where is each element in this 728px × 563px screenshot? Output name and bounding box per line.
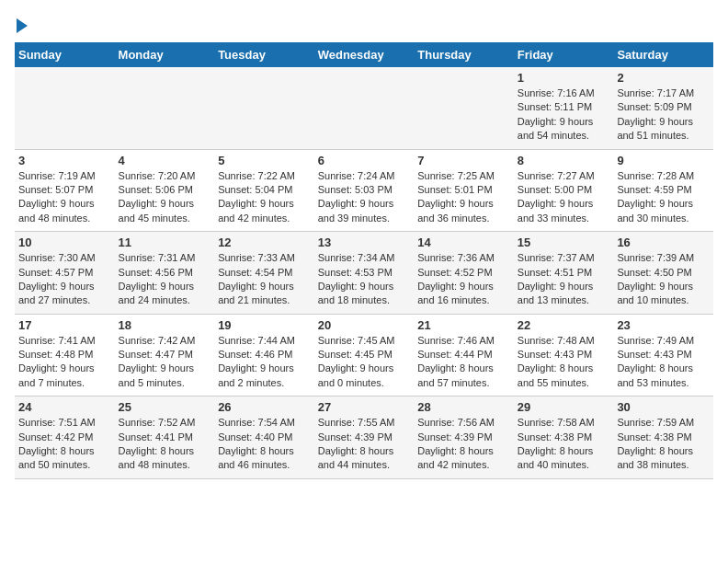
day-cell: 5Sunrise: 7:22 AM Sunset: 5:04 PM Daylig… [214, 149, 314, 232]
day-cell: 20Sunrise: 7:45 AM Sunset: 4:45 PM Dayli… [314, 314, 415, 396]
col-header-monday: Monday [115, 42, 215, 67]
page-header [15, 15, 713, 33]
day-cell: 22Sunrise: 7:48 AM Sunset: 4:43 PM Dayli… [514, 314, 614, 396]
day-cell [414, 67, 514, 149]
day-number: 28 [417, 400, 510, 414]
calendar-header: SundayMondayTuesdayWednesdayThursdayFrid… [15, 42, 713, 67]
day-cell: 14Sunrise: 7:36 AM Sunset: 4:52 PM Dayli… [414, 232, 514, 315]
col-header-friday: Friday [514, 42, 614, 67]
day-cell: 11Sunrise: 7:31 AM Sunset: 4:56 PM Dayli… [115, 232, 215, 315]
day-cell: 2Sunrise: 7:17 AM Sunset: 5:09 PM Daylig… [613, 67, 713, 149]
day-number: 21 [417, 318, 510, 332]
day-info: Sunrise: 7:36 AM Sunset: 4:52 PM Dayligh… [417, 251, 510, 308]
day-cell: 8Sunrise: 7:27 AM Sunset: 5:00 PM Daylig… [514, 149, 614, 232]
day-cell: 29Sunrise: 7:58 AM Sunset: 4:38 PM Dayli… [514, 396, 614, 479]
week-row-4: 17Sunrise: 7:41 AM Sunset: 4:48 PM Dayli… [15, 314, 713, 396]
day-cell: 19Sunrise: 7:44 AM Sunset: 4:46 PM Dayli… [214, 314, 314, 396]
logo-arrow-icon [17, 18, 28, 33]
day-number: 30 [617, 400, 710, 414]
day-cell: 13Sunrise: 7:34 AM Sunset: 4:53 PM Dayli… [314, 232, 415, 315]
col-header-thursday: Thursday [414, 42, 514, 67]
day-number: 3 [18, 154, 111, 167]
day-number: 4 [119, 154, 211, 167]
day-cell [115, 67, 215, 149]
day-cell: 30Sunrise: 7:59 AM Sunset: 4:38 PM Dayli… [613, 396, 713, 479]
day-number: 7 [417, 154, 510, 167]
day-info: Sunrise: 7:34 AM Sunset: 4:53 PM Dayligh… [318, 251, 411, 308]
day-number: 26 [218, 400, 311, 414]
day-number: 18 [119, 318, 211, 332]
day-cell: 15Sunrise: 7:37 AM Sunset: 4:51 PM Dayli… [514, 232, 614, 315]
day-cell: 25Sunrise: 7:52 AM Sunset: 4:41 PM Dayli… [115, 396, 215, 479]
day-number: 10 [18, 236, 111, 249]
day-cell: 16Sunrise: 7:39 AM Sunset: 4:50 PM Dayli… [613, 232, 713, 315]
day-info: Sunrise: 7:58 AM Sunset: 4:38 PM Dayligh… [518, 416, 610, 473]
day-info: Sunrise: 7:48 AM Sunset: 4:43 PM Dayligh… [518, 334, 610, 391]
day-info: Sunrise: 7:33 AM Sunset: 4:54 PM Dayligh… [218, 251, 311, 308]
day-number: 1 [518, 71, 610, 85]
col-header-tuesday: Tuesday [214, 42, 314, 67]
day-info: Sunrise: 7:52 AM Sunset: 4:41 PM Dayligh… [119, 416, 211, 473]
day-info: Sunrise: 7:42 AM Sunset: 4:47 PM Dayligh… [119, 334, 211, 391]
day-number: 17 [18, 318, 111, 332]
day-cell: 21Sunrise: 7:46 AM Sunset: 4:44 PM Dayli… [414, 314, 514, 396]
day-number: 27 [318, 400, 411, 414]
day-number: 23 [617, 318, 710, 332]
day-number: 8 [518, 154, 610, 167]
day-info: Sunrise: 7:44 AM Sunset: 4:46 PM Dayligh… [218, 334, 311, 391]
day-cell: 3Sunrise: 7:19 AM Sunset: 5:07 PM Daylig… [15, 149, 115, 232]
day-info: Sunrise: 7:51 AM Sunset: 4:42 PM Dayligh… [18, 416, 111, 473]
day-number: 22 [518, 318, 610, 332]
day-cell: 27Sunrise: 7:55 AM Sunset: 4:39 PM Dayli… [314, 396, 415, 479]
day-number: 11 [119, 236, 211, 249]
day-cell: 1Sunrise: 7:16 AM Sunset: 5:11 PM Daylig… [514, 67, 614, 149]
day-number: 24 [18, 400, 111, 414]
day-info: Sunrise: 7:41 AM Sunset: 4:48 PM Dayligh… [18, 334, 111, 391]
day-info: Sunrise: 7:39 AM Sunset: 4:50 PM Dayligh… [617, 251, 710, 308]
day-cell: 26Sunrise: 7:54 AM Sunset: 4:40 PM Dayli… [214, 396, 314, 479]
day-cell [15, 67, 115, 149]
day-info: Sunrise: 7:45 AM Sunset: 4:45 PM Dayligh… [318, 334, 411, 391]
col-header-wednesday: Wednesday [314, 42, 415, 67]
day-number: 9 [617, 154, 710, 167]
day-info: Sunrise: 7:20 AM Sunset: 5:06 PM Dayligh… [119, 169, 211, 226]
day-number: 19 [218, 318, 311, 332]
day-info: Sunrise: 7:28 AM Sunset: 4:59 PM Dayligh… [617, 169, 710, 226]
week-row-1: 1Sunrise: 7:16 AM Sunset: 5:11 PM Daylig… [15, 67, 713, 149]
day-number: 20 [318, 318, 411, 332]
day-cell: 12Sunrise: 7:33 AM Sunset: 4:54 PM Dayli… [214, 232, 314, 315]
day-cell: 28Sunrise: 7:56 AM Sunset: 4:39 PM Dayli… [414, 396, 514, 479]
day-cell [214, 67, 314, 149]
col-header-sunday: Sunday [15, 42, 115, 67]
day-info: Sunrise: 7:37 AM Sunset: 4:51 PM Dayligh… [518, 251, 610, 308]
day-info: Sunrise: 7:22 AM Sunset: 5:04 PM Dayligh… [218, 169, 311, 226]
day-number: 12 [218, 236, 311, 249]
day-number: 6 [318, 154, 411, 167]
day-cell: 9Sunrise: 7:28 AM Sunset: 4:59 PM Daylig… [613, 149, 713, 232]
day-cell: 6Sunrise: 7:24 AM Sunset: 5:03 PM Daylig… [314, 149, 415, 232]
week-row-5: 24Sunrise: 7:51 AM Sunset: 4:42 PM Dayli… [15, 396, 713, 479]
day-info: Sunrise: 7:49 AM Sunset: 4:43 PM Dayligh… [617, 334, 710, 391]
day-info: Sunrise: 7:59 AM Sunset: 4:38 PM Dayligh… [617, 416, 710, 473]
day-cell: 23Sunrise: 7:49 AM Sunset: 4:43 PM Dayli… [613, 314, 713, 396]
day-info: Sunrise: 7:30 AM Sunset: 4:57 PM Dayligh… [18, 251, 111, 308]
col-header-saturday: Saturday [613, 42, 713, 67]
day-info: Sunrise: 7:55 AM Sunset: 4:39 PM Dayligh… [318, 416, 411, 473]
day-info: Sunrise: 7:25 AM Sunset: 5:01 PM Dayligh… [417, 169, 510, 226]
day-cell: 18Sunrise: 7:42 AM Sunset: 4:47 PM Dayli… [115, 314, 215, 396]
day-cell: 24Sunrise: 7:51 AM Sunset: 4:42 PM Dayli… [15, 396, 115, 479]
calendar-table: SundayMondayTuesdayWednesdayThursdayFrid… [15, 42, 713, 479]
day-info: Sunrise: 7:16 AM Sunset: 5:11 PM Dayligh… [518, 86, 610, 144]
day-info: Sunrise: 7:19 AM Sunset: 5:07 PM Dayligh… [18, 169, 111, 226]
day-number: 16 [617, 236, 710, 249]
day-info: Sunrise: 7:46 AM Sunset: 4:44 PM Dayligh… [417, 334, 510, 391]
day-info: Sunrise: 7:17 AM Sunset: 5:09 PM Dayligh… [617, 86, 710, 144]
day-number: 15 [518, 236, 610, 249]
day-number: 29 [518, 400, 610, 414]
day-cell: 4Sunrise: 7:20 AM Sunset: 5:06 PM Daylig… [115, 149, 215, 232]
day-cell: 10Sunrise: 7:30 AM Sunset: 4:57 PM Dayli… [15, 232, 115, 315]
day-info: Sunrise: 7:24 AM Sunset: 5:03 PM Dayligh… [318, 169, 411, 226]
day-number: 5 [218, 154, 311, 167]
day-info: Sunrise: 7:31 AM Sunset: 4:56 PM Dayligh… [119, 251, 211, 308]
day-cell: 17Sunrise: 7:41 AM Sunset: 4:48 PM Dayli… [15, 314, 115, 396]
